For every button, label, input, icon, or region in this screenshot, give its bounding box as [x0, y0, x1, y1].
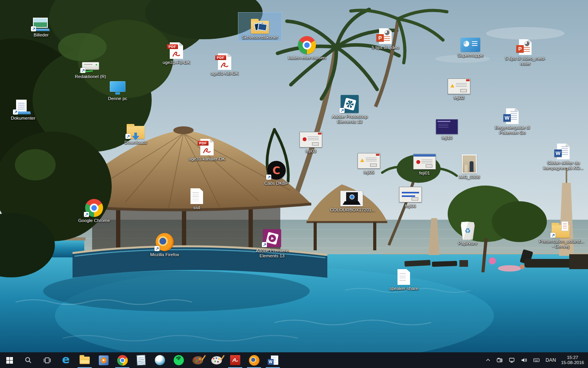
- text-document-icon: [191, 184, 203, 204]
- desktop-icon-katten-efter-musen[interactable]: katten-efter-musen: [285, 33, 328, 61]
- tray-device-button[interactable]: [494, 352, 506, 368]
- desktop-icon-google-chrome[interactable]: Google Chrome: [73, 196, 116, 224]
- taskbar-edge-button[interactable]: e: [56, 352, 75, 368]
- desktop-icon-uge31-fb-dk[interactable]: PDF uge31-FB-DK: [155, 38, 198, 66]
- desktop-icon-uge31-nb-dk[interactable]: PDF uge31-NB-DK: [203, 49, 246, 77]
- taskbar-firefox-button[interactable]: [245, 352, 263, 368]
- screenshot-thumbnail-icon: [436, 114, 458, 134]
- desktop-icon-papirkurv[interactable]: Papirkurv: [446, 219, 489, 247]
- desktop-icon-speaker-share[interactable]: speaker-share: [382, 264, 425, 292]
- taskbar-paint-app-button[interactable]: [207, 352, 226, 368]
- desktop-icon-photoshop-elements[interactable]: Adobe Photoshop Elements 13: [328, 92, 371, 125]
- desktop-icon-feji02[interactable]: feji02: [437, 73, 481, 101]
- desktop-icon-caos-dkbp[interactable]: C Caos DKBP: [255, 158, 298, 187]
- desktop-icon-supermappe[interactable]: Supermappe: [449, 31, 492, 59]
- icon-label: 5 tips til video_med-noter: [504, 56, 547, 66]
- desktop-icon-5-tips-til-video-med-noter[interactable]: P 5 tips til video_med-noter: [504, 34, 547, 67]
- icon-label: Denne pc: [108, 96, 127, 101]
- desktop-icon-saadan-skifter-du[interactable]: W Sådan skifter du kampagner på KO...: [542, 138, 585, 171]
- icon-label: COLOURBOX17201...: [330, 208, 373, 213]
- search-button[interactable]: [19, 352, 38, 368]
- desktop-icon-skrivebordsikoner[interactable]: Skrivebordsikoner: [238, 13, 281, 41]
- desktop-icon-img-0308[interactable]: IMG_0308: [448, 152, 491, 180]
- icon-label: Mozilla Firefox: [150, 252, 179, 257]
- tray-keyboard-button[interactable]: [530, 352, 543, 368]
- taskbar-acrobat-button[interactable]: [226, 352, 245, 368]
- taskbar-file-explorer-button[interactable]: [75, 352, 94, 368]
- clock[interactable]: 15:27 15-08-2016: [559, 352, 588, 368]
- pdf-badge: PDF: [167, 44, 178, 49]
- icon-label: 5 tips til video: [372, 45, 399, 50]
- task-view-icon: [44, 357, 51, 363]
- icon-label: Supermappe: [457, 53, 483, 58]
- language-indicator[interactable]: DAN: [543, 352, 559, 368]
- icon-label: uge31-FB-DK: [163, 60, 190, 65]
- taskbar-media-player-button[interactable]: [94, 352, 113, 368]
- pdf-icon: PDF: [200, 135, 214, 155]
- icon-label: IMG_0308: [459, 175, 480, 180]
- desktop-icon-mozilla-firefox[interactable]: Mozilla Firefox: [143, 230, 186, 258]
- icon-label: feji03: [305, 149, 316, 154]
- photoshop-elements-icon: [341, 93, 359, 113]
- media-player-icon: [99, 355, 109, 365]
- taskbar-globe-app-button[interactable]: [151, 352, 169, 368]
- documents-library-icon: [16, 94, 31, 115]
- icon-label: Sådan skifter du kampagner på KO...: [542, 160, 585, 171]
- icon-label: feji05: [363, 170, 374, 175]
- desktop-icon-dokumenter[interactable]: Dokumenter: [2, 93, 45, 122]
- search-icon: [25, 357, 32, 364]
- desktop-icon-premiere-elements[interactable]: Adobe Premiere Elements 13: [250, 226, 294, 259]
- tray-chevron-button[interactable]: [483, 352, 494, 368]
- desktop-icon-feji05[interactable]: feji05: [347, 148, 390, 176]
- start-button[interactable]: [0, 352, 19, 368]
- taskbar-chrome-button[interactable]: [113, 352, 132, 368]
- tray-network-button[interactable]: [506, 352, 518, 368]
- shortcut-arrow-icon: [31, 26, 36, 31]
- taskbar-word-button[interactable]: W: [263, 352, 282, 368]
- desktop-icon-ssd[interactable]: ssd: [175, 183, 218, 211]
- desktop-icon-feji03[interactable]: feji03: [289, 126, 332, 155]
- desktop-icon-denne-pc[interactable]: Denne pc: [96, 74, 139, 102]
- desktop-icon-uge31-kanaler-dk[interactable]: PDF uge31-kanaler-DK: [185, 134, 229, 162]
- paint-palette-icon: [192, 356, 203, 364]
- file-explorer-icon: [80, 357, 90, 364]
- desktop-icon-presentation-udland[interactable]: Presentation_udland... - Genvej: [539, 217, 582, 250]
- word-icon: W: [268, 355, 278, 365]
- shortcut-arrow-icon: [84, 212, 89, 217]
- screenshot-thumbnail-icon: [413, 149, 436, 169]
- desktop-icon-feji01[interactable]: feji01: [403, 148, 446, 177]
- icon-label: ssd: [193, 205, 200, 210]
- notepad-icon: [136, 355, 145, 365]
- desktop-icon-feji06[interactable]: feji06: [389, 181, 432, 210]
- tray-volume-button[interactable]: [518, 352, 530, 368]
- pictures-library-icon: [33, 11, 49, 31]
- folder-shortcut-icon: [552, 217, 570, 238]
- text-document-icon: [397, 264, 410, 285]
- shortcut-arrow-icon: [550, 233, 555, 238]
- desktop-icon-5-tips-til-video[interactable]: P 5 tips til video: [364, 23, 407, 51]
- icon-label: Billeder: [34, 33, 49, 38]
- task-view-button[interactable]: [38, 352, 56, 368]
- recycle-bin-icon: [461, 219, 475, 240]
- desktop-icon-billeder[interactable]: Billeder: [20, 10, 63, 38]
- firefox-icon: [156, 231, 174, 251]
- firefox-icon: [249, 355, 260, 366]
- desktop-icon-downloads[interactable]: Downloads: [114, 118, 157, 146]
- icon-label: Presentation_udland... - Genvej: [539, 239, 582, 249]
- icon-label: uge31-kanaler-DK: [189, 157, 225, 162]
- icon-label: feji01: [419, 171, 430, 176]
- icon-label: uge31-NB-DK: [211, 71, 239, 76]
- icon-label: Adobe Photoshop Elements 13: [328, 114, 371, 124]
- clock-date: 15-08-2016: [561, 360, 584, 365]
- desktop-icon-colourbox[interactable]: COLOURBOX17201...: [330, 185, 373, 213]
- taskbar-notepad-button[interactable]: [132, 352, 151, 368]
- icon-label: Downloads: [125, 140, 147, 145]
- language-label: DAN: [546, 357, 556, 363]
- desktop-icon-feji10[interactable]: feji10: [425, 113, 468, 141]
- screenshot-thumbnail-icon: [358, 148, 380, 169]
- download-arrow-icon: [132, 133, 140, 140]
- taskbar-spotify-button[interactable]: [169, 352, 188, 368]
- desktop-icon-begynderguide-pokemon-go[interactable]: W Begynderguide til Pokemon Go: [491, 103, 534, 136]
- photo-thumbnail-laptop-icon: [340, 186, 363, 206]
- taskbar-paint-palette-button[interactable]: [188, 352, 207, 368]
